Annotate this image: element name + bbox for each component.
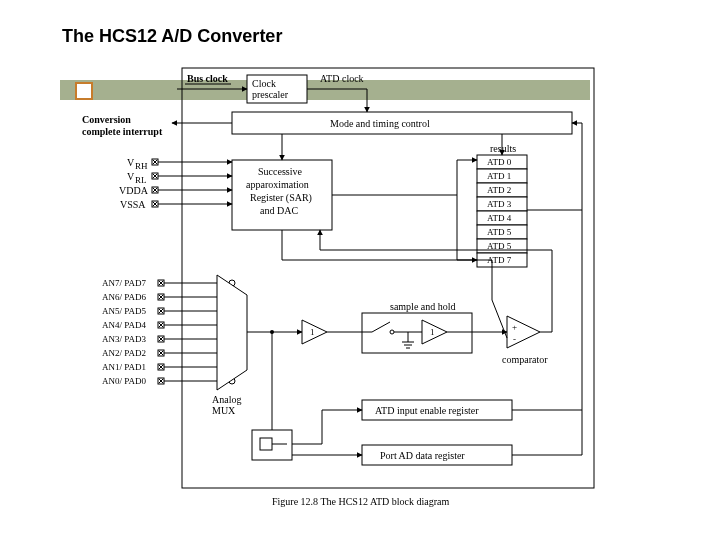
svg-text:AN4/ PAD4: AN4/ PAD4 [102, 320, 146, 330]
sar-l1: Successive [258, 166, 302, 177]
svg-text:-: - [513, 334, 516, 344]
svg-text:VDDA: VDDA [119, 185, 149, 196]
svg-text:ATD 1: ATD 1 [487, 171, 511, 181]
svg-text:+: + [512, 322, 517, 332]
svg-text:AN6/ PAD6: AN6/ PAD6 [102, 292, 146, 302]
mux-l1: Analog [212, 394, 241, 405]
svg-text:ATD 2: ATD 2 [487, 185, 511, 195]
comparator-label: comparator [502, 354, 548, 365]
svg-text:VSSA: VSSA [120, 199, 146, 210]
sar-l3: Register (SAR) [250, 192, 312, 204]
svg-text:AN2/ PAD2: AN2/ PAD2 [102, 348, 146, 358]
svg-text:V: V [127, 157, 135, 168]
svg-text:AN0/ PAD0: AN0/ PAD0 [102, 376, 146, 386]
mode-timing-label: Mode and timing control [330, 118, 430, 129]
svg-text:RL: RL [135, 175, 147, 185]
svg-text:V: V [127, 171, 135, 182]
results-label: results [490, 143, 516, 154]
sample-hold-label: sample and hold [390, 301, 456, 312]
interrupt-l2: complete interrupt [82, 126, 163, 137]
ref-pins: VRH VRL VDDA VSSA [119, 157, 232, 210]
svg-text:1: 1 [430, 327, 435, 337]
mux-l2: MUX [212, 405, 236, 416]
atd-clock-label: ATD clock [320, 73, 364, 84]
svg-text:1: 1 [310, 327, 315, 337]
svg-rect-106 [362, 313, 472, 353]
slide-title: The HCS12 A/D Converter [62, 26, 282, 47]
input-enable-label: ATD input enable register [375, 405, 479, 416]
buffer1-icon [302, 320, 327, 344]
svg-text:ATD 5: ATD 5 [487, 227, 512, 237]
interrupt-l1: Conversion [82, 114, 131, 125]
svg-text:AN5/ PAD5: AN5/ PAD5 [102, 306, 146, 316]
svg-text:ATD 0: ATD 0 [487, 157, 512, 167]
clock-prescaler-l1: Clock [252, 78, 276, 89]
svg-text:ATD 4: ATD 4 [487, 213, 512, 223]
sar-l2: apparoximation [246, 179, 309, 190]
bus-clock-label: Bus clock [187, 73, 228, 84]
svg-rect-131 [260, 438, 272, 450]
svg-point-109 [390, 330, 394, 334]
svg-text:ATD 3: ATD 3 [487, 199, 512, 209]
figure-caption: Figure 12.8 The HCS12 ATD block diagram [272, 496, 450, 507]
svg-text:RH: RH [135, 161, 148, 171]
sar-l4: and DAC [260, 205, 298, 216]
svg-text:AN7/ PAD7: AN7/ PAD7 [102, 278, 146, 288]
clock-prescaler-l2: prescaler [252, 89, 289, 100]
port-ad-label: Port AD data register [380, 450, 465, 461]
analog-pins: AN7/ PAD7 AN6/ PAD6 AN5/ PAD5 AN4/ PAD4 … [102, 278, 235, 386]
comparator-icon [507, 316, 540, 348]
svg-text:AN1/ PAD1: AN1/ PAD1 [102, 362, 146, 372]
svg-text:AN3/ PAD3: AN3/ PAD3 [102, 334, 146, 344]
block-diagram: Clock prescaler Bus clock ATD clock Mode… [62, 60, 622, 510]
analog-mux [217, 275, 247, 390]
